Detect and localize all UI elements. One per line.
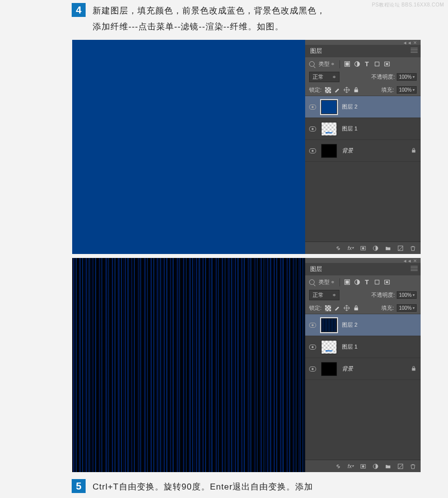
filter-pixel-icon[interactable] — [343, 61, 351, 68]
folder-icon[interactable] — [384, 463, 392, 470]
lock-transparency-icon[interactable] — [325, 305, 331, 311]
layer-thumbnail[interactable] — [321, 318, 337, 332]
lock-icon — [411, 147, 417, 154]
layer-thumbnail[interactable] — [321, 144, 337, 158]
lock-all-icon[interactable] — [353, 87, 359, 93]
layer-row-1[interactable]: 图层 1 — [305, 336, 421, 358]
opacity-label: 不透明度: — [371, 291, 395, 299]
step4-line1: 新建图层，填充颜色，前景色改成蓝色，背景色改成黑色， — [93, 3, 326, 19]
layers-list: 图层 2 图层 1 背景 — [305, 96, 421, 242]
fx-icon[interactable]: fx▾ — [347, 463, 354, 470]
filter-type-icon[interactable]: T — [363, 61, 371, 68]
svg-rect-5 — [386, 63, 388, 65]
adjustment-icon[interactable] — [372, 463, 379, 470]
filter-smart-icon[interactable] — [383, 279, 391, 286]
collapse-icon[interactable]: ◄◄ — [405, 259, 410, 263]
panel-bottom-toolbar: fx▾ — [305, 460, 421, 472]
filter-smart-icon[interactable] — [383, 61, 391, 68]
fiber-texture-overlay — [72, 258, 305, 472]
layer-name: 图层 2 — [342, 103, 357, 111]
svg-rect-23 — [398, 464, 403, 468]
fill-label: 填充: — [381, 86, 394, 94]
lock-brush-icon[interactable] — [334, 305, 340, 311]
lock-position-icon[interactable] — [343, 87, 350, 93]
folder-icon[interactable] — [384, 245, 392, 251]
layer-thumbnail[interactable] — [321, 340, 337, 354]
visibility-icon[interactable] — [309, 345, 316, 350]
blend-mode-dropdown[interactable]: 正常 ≑ — [309, 290, 339, 300]
link-icon[interactable] — [335, 245, 342, 251]
fill-value[interactable]: 100%▾ — [397, 86, 417, 94]
link-icon[interactable] — [335, 463, 342, 470]
layer-thumbnail[interactable] — [321, 362, 337, 376]
layer-thumbnail[interactable] — [321, 100, 337, 114]
filter-row: 类型 ≑ T — [305, 275, 421, 288]
fill-pct: 100% — [399, 87, 412, 93]
panel-bottom-toolbar: fx▾ — [305, 242, 421, 254]
layer-thumbnail[interactable] — [321, 122, 337, 136]
canvas-solid-blue — [72, 40, 305, 254]
spacer — [72, 254, 448, 258]
visibility-icon[interactable] — [309, 367, 316, 372]
collapse-icon[interactable]: ◄◄ — [405, 41, 410, 45]
layer-row-2[interactable]: 图层 2 — [305, 96, 421, 118]
blend-mode-dropdown[interactable]: 正常 ≑ — [309, 72, 339, 82]
layer-row-bg[interactable]: 背景 — [305, 358, 421, 380]
filter-type-dropdown[interactable]: 类型 ≑ — [317, 60, 336, 68]
step-5-text: Ctrl+T自由变换。旋转90度。Enter退出自由变换。添加 极坐标---点击… — [93, 479, 313, 498]
filter-shape-icon[interactable] — [373, 279, 381, 286]
close-icon[interactable]: ✕ — [413, 259, 418, 263]
visibility-icon[interactable] — [309, 148, 316, 153]
blend-mode-value: 正常 — [313, 73, 324, 81]
panel-title: 图层 — [305, 45, 421, 57]
opacity-value[interactable]: 100%▾ — [397, 73, 417, 81]
filter-pixel-icon[interactable] — [343, 279, 351, 286]
lock-all-icon[interactable] — [353, 305, 359, 311]
screenshots-container: ◄◄ ✕ 图层 类型 ≑ T 正常 ≑ — [72, 40, 448, 472]
adjustment-icon[interactable] — [372, 245, 379, 251]
layer-row-1[interactable]: 图层 1 — [305, 118, 421, 140]
layer-row-bg[interactable]: 背景 — [305, 140, 421, 162]
fill-value[interactable]: 100%▾ — [397, 304, 417, 312]
svg-rect-17 — [386, 281, 388, 283]
step-5: 5 Ctrl+T自由变换。旋转90度。Enter退出自由变换。添加 极坐标---… — [72, 479, 448, 498]
fill-pct: 100% — [399, 305, 412, 311]
layer-name: 背景 — [342, 365, 353, 373]
new-layer-icon[interactable] — [397, 463, 404, 470]
lock-transparency-icon[interactable] — [325, 87, 331, 93]
trash-icon[interactable] — [409, 245, 417, 251]
step5-line1: Ctrl+T自由变换。旋转90度。Enter退出自由变换。添加 — [93, 479, 313, 495]
mask-icon[interactable] — [359, 463, 367, 470]
chevron-icon: ▾ — [413, 75, 415, 79]
close-icon[interactable]: ✕ — [413, 41, 418, 45]
lock-brush-icon[interactable] — [334, 87, 340, 93]
filter-adjustment-icon[interactable] — [353, 279, 361, 286]
chevron-icon: ▾ — [413, 293, 415, 297]
search-icon[interactable] — [309, 61, 315, 67]
filter-type-dropdown[interactable]: 类型 ≑ — [317, 278, 336, 286]
layer-row-2[interactable]: 图层 2 — [305, 314, 421, 336]
chevron-down-icon: ≑ — [333, 75, 336, 79]
mask-icon[interactable] — [359, 245, 367, 251]
lock-position-icon[interactable] — [343, 305, 350, 311]
type-label: 类型 — [319, 278, 330, 286]
trash-icon[interactable] — [409, 463, 417, 470]
visibility-icon[interactable] — [309, 323, 316, 328]
chevron-down-icon: ≑ — [331, 62, 335, 66]
filter-shape-icon[interactable] — [373, 61, 381, 68]
chevron-icon: ▾ — [413, 88, 415, 92]
blend-mode-value: 正常 — [313, 291, 324, 299]
watermark-text: PS教程论坛 BBS.16XX8.COM — [372, 1, 444, 8]
filter-adjustment-icon[interactable] — [353, 61, 361, 68]
opacity-label: 不透明度: — [371, 73, 395, 81]
svg-point-21 — [362, 465, 364, 468]
fx-label: fx — [347, 245, 352, 251]
chevron-down-icon: ≑ — [331, 280, 335, 284]
fx-icon[interactable]: fx▾ — [347, 245, 354, 251]
search-icon[interactable] — [309, 279, 315, 285]
filter-type-icon[interactable]: T — [363, 279, 371, 286]
opacity-value[interactable]: 100%▾ — [397, 291, 417, 299]
visibility-icon[interactable] — [309, 105, 316, 110]
visibility-icon[interactable] — [309, 126, 316, 131]
new-layer-icon[interactable] — [397, 245, 404, 251]
